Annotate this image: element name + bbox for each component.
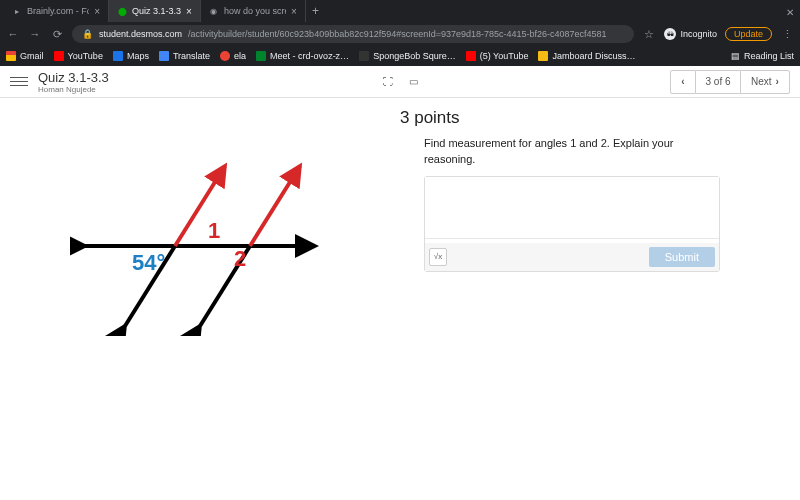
update-button[interactable]: Update	[725, 27, 772, 41]
svg-line-4	[250, 166, 300, 246]
bookmark-label: Jamboard Discuss…	[552, 51, 635, 61]
geometry-figure: 1 2 54°	[70, 136, 330, 336]
page-indicator: 3 of 6	[696, 70, 740, 94]
bookmark-spongebob[interactable]: SpongeBob Squre…	[359, 51, 456, 61]
angle-2-label: 2	[234, 246, 246, 271]
url-host: student.desmos.com	[99, 29, 182, 39]
bookmark-label: Gmail	[20, 51, 44, 61]
tab-desmos-quiz[interactable]: ⬤ Quiz 3.1-3.3 ×	[109, 0, 201, 22]
maps-icon	[113, 51, 123, 61]
close-icon[interactable]: ×	[94, 6, 100, 17]
reading-list-icon: ▤	[731, 51, 740, 61]
angle-1-label: 1	[208, 218, 220, 243]
google-favicon: ◉	[209, 6, 219, 16]
reload-icon[interactable]: ⟳	[50, 28, 64, 41]
bookmark-translate[interactable]: Translate	[159, 51, 210, 61]
tab-label: Quiz 3.1-3.3	[132, 6, 181, 16]
submit-button[interactable]: Submit	[649, 247, 715, 267]
bookmark-label: ela	[234, 51, 246, 61]
page-title: Quiz 3.1-3.3	[38, 70, 670, 85]
address-bar-row: ← → ⟳ 🔒 student.desmos.com /activitybuil…	[0, 22, 800, 46]
summary-icon[interactable]: ▭	[409, 76, 418, 87]
incognito-label: Incognito	[680, 29, 717, 39]
bookmark-ela[interactable]: ela	[220, 51, 246, 61]
next-label: Next	[751, 76, 772, 87]
math-input-toggle[interactable]: √x	[429, 248, 447, 266]
bookmark-label: SpongeBob Squre…	[373, 51, 456, 61]
spongebob-icon	[359, 51, 369, 61]
jamboard-icon	[538, 51, 548, 61]
close-icon[interactable]: ×	[186, 6, 192, 17]
new-tab-button[interactable]: +	[306, 4, 325, 18]
incognito-icon: 🕶	[664, 28, 676, 40]
tab-label: Brainly.com - For students. By	[27, 6, 89, 16]
menu-icon[interactable]: ⋮	[780, 28, 794, 41]
answer-panel: √x Submit	[424, 176, 720, 272]
back-icon[interactable]: ←	[6, 28, 20, 40]
given-angle-label: 54°	[132, 250, 165, 275]
tab-google-search[interactable]: ◉ how do you screenshot on ma ×	[201, 0, 306, 22]
bookmark-meet[interactable]: Meet - crd-ovoz-z…	[256, 51, 349, 61]
points-heading: 3 points	[400, 108, 720, 128]
meet-icon	[256, 51, 266, 61]
bookmarks-bar: Gmail YouTube Maps Translate ela Meet - …	[0, 46, 800, 66]
answer-input[interactable]	[425, 177, 719, 239]
app-header: Quiz 3.1-3.3 Homan Ngujede ⛶ ▭ ‹ 3 of 6 …	[0, 66, 800, 98]
bookmark-label: (5) YouTube	[480, 51, 529, 61]
translate-icon	[159, 51, 169, 61]
window-close-icon[interactable]: ✕	[786, 7, 794, 18]
user-name: Homan Ngujede	[38, 85, 670, 94]
reading-list-label: Reading List	[744, 51, 794, 61]
prev-button[interactable]: ‹	[670, 70, 696, 94]
hamburger-menu-icon[interactable]	[10, 77, 28, 87]
forward-icon[interactable]: →	[28, 28, 42, 40]
question-prompt: Find measurement for angles 1 and 2. Exp…	[424, 136, 720, 168]
reading-list-button[interactable]: ▤Reading List	[731, 51, 794, 61]
incognito-badge: 🕶 Incognito	[664, 28, 717, 40]
next-button[interactable]: Next›	[740, 70, 790, 94]
chevron-right-icon: ›	[776, 76, 779, 87]
bookmark-label: Maps	[127, 51, 149, 61]
address-bar[interactable]: 🔒 student.desmos.com /activitybuilder/st…	[72, 25, 634, 43]
bookmark-label: Translate	[173, 51, 210, 61]
browser-tabs-bar: ▸ Brainly.com - For students. By × ⬤ Qui…	[0, 0, 800, 22]
tab-label: how do you screenshot on ma	[224, 6, 286, 16]
bookmark-youtube[interactable]: YouTube	[54, 51, 103, 61]
fullscreen-icon[interactable]: ⛶	[383, 76, 393, 87]
close-icon[interactable]: ×	[291, 6, 297, 17]
window-controls: ✕	[786, 2, 800, 20]
bookmark-jamboard[interactable]: Jamboard Discuss…	[538, 51, 635, 61]
desmos-favicon: ⬤	[117, 6, 127, 16]
url-path: /activitybuilder/student/60c923b409bbab8…	[188, 29, 607, 39]
tab-brainly[interactable]: ▸ Brainly.com - For students. By ×	[4, 0, 109, 22]
bookmark-youtube2[interactable]: (5) YouTube	[466, 51, 529, 61]
lock-icon: 🔒	[82, 29, 93, 39]
gmail-icon	[6, 51, 16, 61]
youtube-icon	[466, 51, 476, 61]
bookmark-label: YouTube	[68, 51, 103, 61]
youtube-icon	[54, 51, 64, 61]
bookmark-label: Meet - crd-ovoz-z…	[270, 51, 349, 61]
bookmark-gmail[interactable]: Gmail	[6, 51, 44, 61]
brainly-favicon: ▸	[12, 6, 22, 16]
bookmark-maps[interactable]: Maps	[113, 51, 149, 61]
ela-icon	[220, 51, 230, 61]
star-icon[interactable]: ☆	[642, 28, 656, 41]
